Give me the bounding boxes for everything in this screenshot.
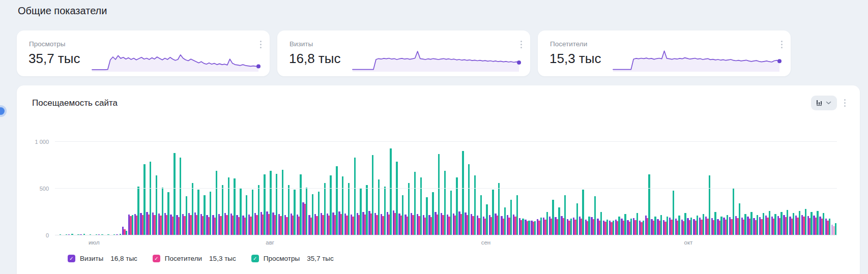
- summary-card-visits[interactable]: Визиты 16,8 тыс: [277, 31, 530, 76]
- legend-item-views[interactable]: ✓Просмотры35,7 тыс: [251, 255, 334, 262]
- bar-group-day[interactable]: [615, 217, 620, 235]
- bar-group-day[interactable]: [182, 196, 187, 235]
- bar-group-day[interactable]: [398, 195, 403, 235]
- bar-group-day[interactable]: [351, 158, 356, 235]
- bar-group-day[interactable]: [507, 200, 512, 235]
- bar-group-day[interactable]: [230, 178, 236, 235]
- bar-group-day[interactable]: [327, 175, 332, 235]
- bar-group-day[interactable]: [801, 209, 806, 235]
- bar-group-day[interactable]: [699, 214, 704, 235]
- bar-group-day[interactable]: [428, 192, 433, 235]
- bar-group-day[interactable]: [765, 211, 770, 235]
- bar-group-day[interactable]: [669, 191, 674, 235]
- bar-group-day[interactable]: [170, 153, 175, 235]
- bar-group-day[interactable]: [381, 187, 386, 235]
- bar-group-day[interactable]: [212, 171, 217, 235]
- bar-group-day[interactable]: [627, 219, 632, 235]
- bar-group-day[interactable]: [777, 212, 783, 235]
- bar-group-day[interactable]: [164, 192, 169, 235]
- bar-group-day[interactable]: [314, 192, 320, 235]
- bar-group-day[interactable]: [489, 190, 494, 235]
- bar-group-day[interactable]: [332, 166, 337, 235]
- bar-group-day[interactable]: [368, 155, 373, 235]
- bar-group-day[interactable]: [128, 215, 133, 235]
- bar-group-day[interactable]: [549, 200, 554, 235]
- bar-group-day[interactable]: [357, 189, 362, 235]
- bar-group-day[interactable]: [218, 185, 223, 235]
- bar-group-day[interactable]: [435, 154, 440, 235]
- bar-group-day[interactable]: [254, 185, 259, 235]
- bar-group-day[interactable]: [747, 212, 752, 235]
- bar-group-day[interactable]: [771, 214, 776, 235]
- bar-group-day[interactable]: [831, 223, 836, 235]
- bar-group-day[interactable]: [308, 194, 313, 235]
- bar-group-day[interactable]: [344, 183, 350, 235]
- bar-group-day[interactable]: [465, 164, 470, 235]
- bar-group-day[interactable]: [338, 176, 343, 235]
- legend-checkbox-visitors[interactable]: ✓: [153, 255, 160, 262]
- bar-group-day[interactable]: [663, 217, 668, 235]
- bar-group-day[interactable]: [555, 207, 560, 235]
- bar-group-day[interactable]: [597, 212, 602, 235]
- bar-group-day[interactable]: [393, 162, 398, 235]
- bar-group-day[interactable]: [134, 187, 139, 235]
- bar-group-day[interactable]: [291, 190, 296, 235]
- bar-group-day[interactable]: [176, 158, 181, 235]
- legend-checkbox-visits[interactable]: ✓: [68, 255, 75, 262]
- bar-group-day[interactable]: [404, 183, 410, 235]
- bar-group-day[interactable]: [825, 219, 830, 235]
- bar-group-day[interactable]: [789, 213, 794, 235]
- bar-group-day[interactable]: [200, 195, 206, 235]
- bar-group-day[interactable]: [140, 164, 145, 235]
- bar-group-day[interactable]: [387, 148, 392, 235]
- bar-group-day[interactable]: [537, 218, 542, 235]
- summary-card-views[interactable]: Просмотры 35,7 тыс: [17, 31, 270, 76]
- bar-group-day[interactable]: [729, 189, 734, 235]
- bar-group-day[interactable]: [321, 183, 326, 235]
- bar-group-day[interactable]: [543, 212, 548, 235]
- legend-item-visitors[interactable]: ✓Посетители15,3 тыс: [153, 255, 236, 262]
- bar-group-day[interactable]: [681, 213, 686, 235]
- bar-group-day[interactable]: [639, 221, 644, 235]
- bar-group-day[interactable]: [471, 175, 476, 235]
- bar-group-day[interactable]: [122, 227, 127, 235]
- bar-group-day[interactable]: [525, 220, 530, 235]
- bar-group-day[interactable]: [579, 190, 584, 235]
- bar-group-day[interactable]: [188, 183, 193, 235]
- bar-group-day[interactable]: [266, 171, 271, 235]
- bar-group-day[interactable]: [795, 211, 800, 235]
- bar-group-day[interactable]: [224, 177, 229, 235]
- bar-group-day[interactable]: [657, 215, 662, 235]
- bar-group-day[interactable]: [483, 204, 488, 235]
- bar-group-day[interactable]: [717, 217, 722, 235]
- bar-group-day[interactable]: [513, 195, 518, 235]
- bar-group-day[interactable]: [621, 214, 626, 235]
- bar-group-day[interactable]: [519, 218, 524, 235]
- bar-group-day[interactable]: [411, 172, 416, 235]
- bar-group-day[interactable]: [675, 216, 680, 235]
- bar-group-day[interactable]: [753, 215, 758, 235]
- bar-group-day[interactable]: [458, 151, 464, 235]
- bar-group-day[interactable]: [242, 195, 247, 235]
- summary-card-visitors[interactable]: Посетители 15,3 тыс: [538, 31, 791, 76]
- bar-group-day[interactable]: [735, 203, 740, 235]
- bar-group-day[interactable]: [441, 171, 446, 235]
- bar-group-day[interactable]: [819, 213, 824, 235]
- legend-item-visits[interactable]: ✓Визиты16,8 тыс: [68, 255, 137, 262]
- bar-group-day[interactable]: [272, 174, 277, 235]
- bar-group-day[interactable]: [362, 185, 367, 235]
- bar-group-day[interactable]: [633, 213, 638, 235]
- bar-group-day[interactable]: [561, 195, 566, 235]
- bar-group-day[interactable]: [723, 215, 728, 235]
- bar-group-day[interactable]: [759, 213, 764, 235]
- legend-checkbox-views[interactable]: ✓: [251, 255, 259, 262]
- bar-group-day[interactable]: [236, 189, 241, 235]
- bar-group-day[interactable]: [261, 174, 266, 235]
- kebab-menu-icon[interactable]: [842, 97, 848, 109]
- bar-group-day[interactable]: [573, 203, 578, 235]
- bar-group-day[interactable]: [783, 210, 788, 235]
- bar-group-day[interactable]: [206, 192, 211, 235]
- bar-group-day[interactable]: [417, 177, 422, 235]
- bar-group-day[interactable]: [807, 212, 813, 235]
- bar-group-day[interactable]: [302, 188, 307, 235]
